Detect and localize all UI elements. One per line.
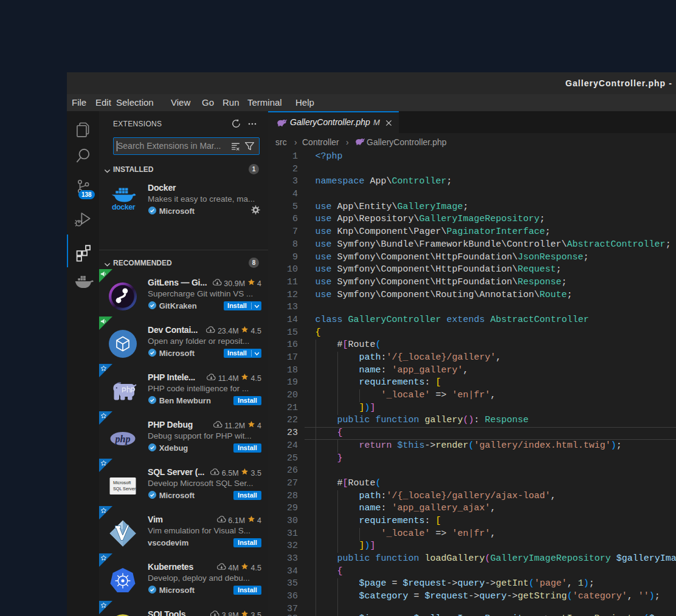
svg-text:docker: docker bbox=[112, 203, 136, 211]
svg-text:Microsoft: Microsoft bbox=[113, 480, 131, 485]
svg-text:SQL Server: SQL Server bbox=[113, 486, 136, 491]
svg-text:php: php bbox=[114, 434, 131, 445]
